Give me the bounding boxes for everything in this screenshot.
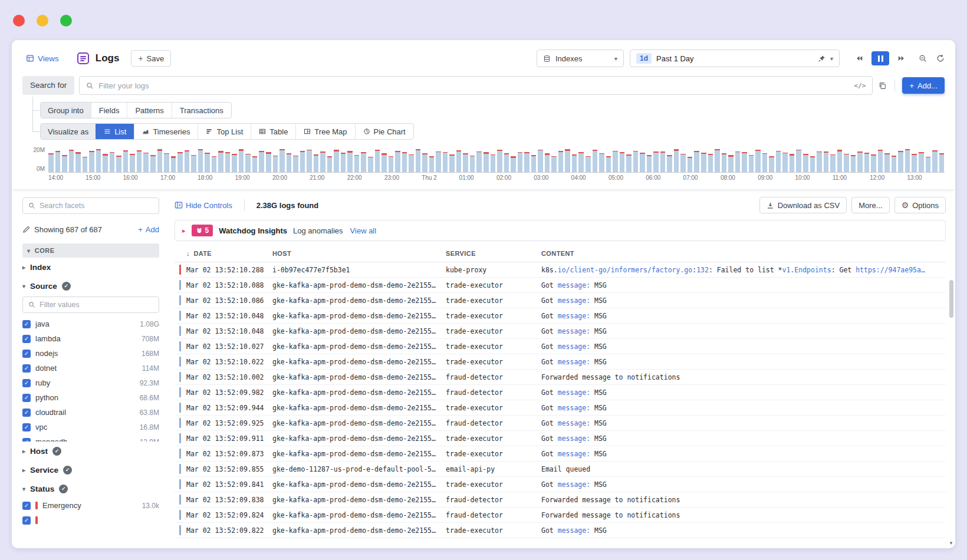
chart-bar[interactable] (307, 149, 312, 172)
chart-bar[interactable] (817, 149, 822, 172)
watchdog-insights-bar[interactable]: ▸ 5 Watchdog Insights Log anomalies View… (175, 220, 946, 241)
chart-bar[interactable] (749, 149, 754, 172)
maximize-window-button[interactable] (60, 15, 72, 27)
chart-bar[interactable] (150, 149, 156, 172)
table-scrollbar[interactable]: ▾ (948, 278, 954, 546)
facet-value-row[interactable]: ✓mongodb13.9M (22, 434, 159, 442)
log-row[interactable]: Mar 02 13:52:09.838gke-kafka-apm-prod-de… (175, 492, 946, 508)
chart-bar[interactable] (354, 149, 360, 172)
facet-checkbox[interactable]: ✓ (22, 379, 31, 387)
facet-value-row[interactable]: ✓ruby92.3M (22, 375, 159, 390)
chart-bar[interactable] (164, 149, 169, 172)
facet-checkbox[interactable]: ✓ (22, 394, 31, 402)
chart-bar[interactable] (456, 149, 462, 172)
facet-checkbox[interactable]: ✓ (22, 516, 31, 525)
chart-bar[interactable] (824, 149, 829, 172)
chart-bar[interactable] (626, 149, 631, 172)
minimize-window-button[interactable] (37, 15, 48, 27)
chart-bar[interactable] (545, 149, 550, 172)
chart-bar[interactable] (205, 149, 210, 172)
chart-bar[interactable] (429, 149, 435, 172)
chart-bar[interactable] (851, 149, 856, 172)
chart-bar[interactable] (334, 149, 339, 172)
filter-values-box[interactable] (22, 297, 159, 313)
chart-bar[interactable] (722, 149, 727, 172)
chart-bar[interactable] (640, 149, 645, 172)
log-row[interactable]: Mar 02 13:52:10.027gke-kafka-apm-prod-de… (175, 339, 946, 354)
log-search-input[interactable] (98, 81, 849, 90)
log-row[interactable]: Mar 02 13:52:09.873gke-kafka-apm-prod-de… (175, 446, 946, 462)
chart-bar[interactable] (89, 149, 94, 172)
chart-bar[interactable] (694, 149, 699, 172)
download-csv-button[interactable]: Download as CSV (759, 197, 847, 213)
chart-bar[interactable] (620, 149, 625, 172)
chart-bar[interactable] (497, 149, 502, 172)
chart-bar[interactable] (395, 149, 400, 172)
chart-bar[interactable] (177, 149, 183, 172)
chart-bar[interactable] (75, 149, 81, 172)
zoom-out-icon[interactable] (919, 54, 927, 62)
facet-value-row[interactable]: ✓dotnet114M (22, 361, 159, 375)
chart-bar[interactable] (647, 149, 652, 172)
chart-bar[interactable] (279, 149, 285, 172)
chart-bar[interactable] (613, 149, 618, 172)
chart-bar[interactable] (667, 149, 672, 172)
chart-bar[interactable] (504, 149, 509, 172)
viz-option-timeseries[interactable]: Timeseries (134, 124, 198, 139)
chart-bar[interactable] (449, 149, 455, 172)
chart-bar[interactable] (796, 149, 801, 172)
viz-option-treemap[interactable]: Tree Map (295, 124, 354, 139)
group-tab-transactions[interactable]: Transactions (172, 103, 231, 118)
facet-value-row[interactable]: ✓java1.08G (22, 317, 159, 331)
chart-bar[interactable] (402, 149, 407, 172)
chart-bar[interactable] (565, 149, 570, 172)
group-tab-patterns[interactable]: Patterns (127, 103, 171, 118)
chart-bar[interactable] (769, 149, 774, 172)
save-button[interactable]: + Save (131, 50, 171, 67)
chart-bar[interactable] (48, 149, 54, 172)
log-row[interactable]: Mar 02 13:52:10.048gke-kafka-apm-prod-de… (175, 308, 946, 324)
viz-option-table[interactable]: Table (251, 124, 295, 139)
chart-bar[interactable] (572, 149, 577, 172)
chart-bar[interactable] (905, 149, 910, 172)
views-button[interactable]: Views (22, 52, 63, 65)
skip-back-button[interactable] (851, 51, 867, 65)
chart-bar[interactable] (837, 149, 843, 172)
chart-bar[interactable] (606, 149, 611, 172)
chart-bar[interactable] (212, 149, 217, 172)
chart-bar[interactable] (790, 149, 795, 172)
chart-bar[interactable] (892, 149, 897, 172)
chart-bar[interactable] (558, 149, 564, 172)
facet-search-input[interactable] (40, 202, 153, 210)
facet-checkbox[interactable]: ✓ (22, 350, 31, 358)
chart-bar[interactable] (803, 149, 808, 172)
chart-bar[interactable] (755, 149, 761, 172)
pin-icon[interactable] (818, 55, 825, 62)
time-range-picker[interactable]: 1d Past 1 Day ▾ (630, 50, 840, 67)
chart-bar[interactable] (491, 149, 496, 172)
chart-bar[interactable] (225, 149, 231, 172)
log-row[interactable]: Mar 02 13:52:10.022gke-kafka-apm-prod-de… (175, 354, 946, 370)
chart-bar[interactable] (245, 149, 251, 172)
chart-bar[interactable] (389, 149, 394, 172)
scrollbar-down-arrow[interactable]: ▾ (948, 540, 954, 546)
chart-bar[interactable] (728, 149, 734, 172)
facet-source[interactable]: ▾ Source ✓ (22, 276, 159, 295)
chart-bar[interactable] (735, 149, 741, 172)
chart-bar[interactable] (782, 149, 788, 172)
chart-bar[interactable] (314, 149, 319, 172)
facet-value-row[interactable]: ✓lambda708M (22, 331, 159, 346)
chart-bar[interactable] (137, 149, 142, 172)
chart-bar[interactable] (531, 149, 537, 172)
chart-bar[interactable] (116, 149, 121, 172)
chart-bar[interactable] (157, 149, 163, 172)
chart-bar[interactable] (688, 149, 693, 172)
refresh-icon[interactable] (936, 54, 945, 62)
chart-bar[interactable] (436, 149, 441, 172)
chart-bar[interactable] (103, 149, 108, 172)
chart-bar[interactable] (551, 149, 557, 172)
chart-bar[interactable] (470, 149, 475, 172)
facet-checkbox[interactable]: ✓ (22, 320, 31, 328)
chart-bar[interactable] (660, 149, 666, 172)
chart-bar[interactable] (599, 149, 604, 172)
